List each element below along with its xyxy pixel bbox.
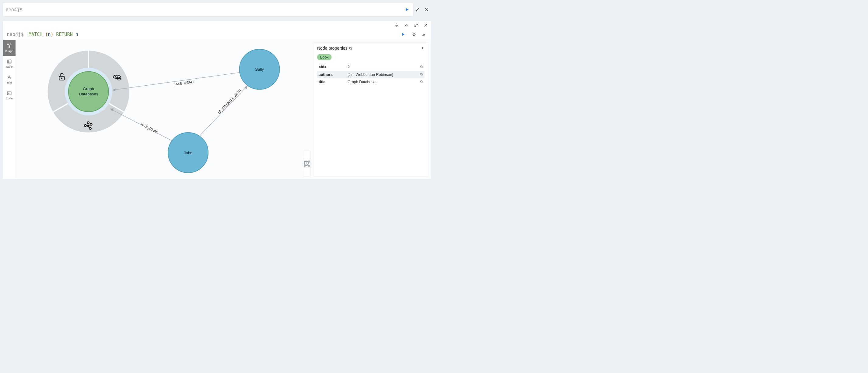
- keyword-match: MATCH: [29, 32, 42, 37]
- tab-text[interactable]: Text: [3, 71, 16, 87]
- prop-row-authors: authors [Jim Webber,Ian Robinson]: [317, 71, 425, 78]
- svg-rect-36: [421, 81, 422, 82]
- copy-all-icon[interactable]: [349, 47, 352, 50]
- prompt-label-2: neo4j$: [7, 32, 24, 37]
- svg-rect-34: [421, 73, 422, 75]
- node-properties-panel: Node properties Book <id> 2 authors: [313, 42, 429, 177]
- keyword-return: RETURN: [56, 32, 73, 37]
- tab-graph[interactable]: Graph: [3, 40, 16, 56]
- svg-rect-29: [350, 48, 352, 50]
- prop-row-id: <id> 2: [317, 63, 425, 71]
- node-book-label-1: Graph: [83, 87, 94, 91]
- svg-rect-35: [421, 81, 423, 83]
- favorite-icon[interactable]: [412, 32, 416, 36]
- copy-authors-icon[interactable]: [418, 71, 425, 78]
- paren-open: (: [45, 32, 48, 37]
- edge-sally-book[interactable]: [112, 71, 247, 90]
- node-sally[interactable]: Sally: [240, 49, 280, 89]
- svg-rect-32: [421, 66, 422, 67]
- prop-key-id: <id>: [317, 63, 346, 71]
- node-john-label: John: [184, 150, 193, 155]
- prop-val-title: Graph Databases: [346, 78, 418, 86]
- query-editor[interactable]: neo4j$: [3, 3, 413, 17]
- node-book[interactable]: Graph Databases: [68, 71, 108, 112]
- executed-query[interactable]: neo4j$ MATCH (n) RETURN n: [7, 26, 400, 37]
- collapse-icon[interactable]: [404, 23, 409, 28]
- prop-val-authors: [Jim Webber,Ian Robinson]: [346, 71, 418, 78]
- identifier-n: n: [48, 32, 51, 37]
- zoom-panel: [303, 151, 311, 177]
- svg-rect-5: [7, 92, 11, 95]
- svg-rect-33: [421, 74, 423, 75]
- edge-label-john-sally: IS_FRIENDS_WITH: [217, 88, 242, 114]
- prop-key-title: title: [317, 78, 346, 86]
- fullscreen-icon[interactable]: [415, 7, 420, 12]
- tab-table-label: Table: [6, 65, 13, 68]
- copy-id-icon[interactable]: [418, 63, 425, 71]
- node-book-label-2: Databases: [79, 92, 98, 96]
- copy-title-icon[interactable]: [418, 78, 425, 86]
- expand-fullscreen-icon[interactable]: [414, 23, 418, 28]
- props-title-text: Node properties: [317, 46, 347, 51]
- zoom-fit-button[interactable]: [303, 168, 310, 176]
- prompt-label: neo4j$: [6, 7, 23, 12]
- run-query-button[interactable]: [404, 8, 410, 12]
- identifier-n2: n: [75, 32, 78, 37]
- svg-rect-31: [421, 66, 423, 68]
- prop-row-title: title Graph Databases: [317, 78, 425, 86]
- tab-code[interactable]: Code: [3, 87, 16, 103]
- edge-john-sally[interactable]: [198, 86, 248, 138]
- node-label-pill[interactable]: Book: [317, 54, 332, 60]
- close-icon[interactable]: [424, 7, 429, 12]
- node-sally-label: Sally: [255, 67, 264, 71]
- pin-icon[interactable]: [395, 23, 399, 28]
- graph-canvas[interactable]: HAS_READ HAS_READ IS_FRIENDS_WITH Graph …: [16, 40, 313, 179]
- prop-key-authors: authors: [317, 71, 346, 78]
- prop-val-id: 2: [346, 63, 418, 71]
- svg-rect-4: [7, 60, 11, 63]
- edge-label-john-book: HAS_READ: [140, 122, 159, 134]
- rerun-query-button[interactable]: [400, 32, 407, 36]
- tab-table[interactable]: Table: [3, 56, 16, 71]
- node-john[interactable]: John: [168, 133, 208, 173]
- paren-close: ): [51, 32, 53, 37]
- download-icon[interactable]: [422, 32, 426, 36]
- collapse-panel-icon[interactable]: [420, 46, 425, 51]
- svg-rect-30: [349, 47, 351, 49]
- tab-code-label: Code: [6, 97, 13, 100]
- tab-text-label: Text: [7, 81, 12, 84]
- tab-graph-label: Graph: [5, 49, 13, 53]
- result-frame: neo4j$ MATCH (n) RETURN n G: [3, 21, 431, 179]
- svg-point-11: [61, 78, 62, 78]
- close-frame-icon[interactable]: [424, 23, 428, 28]
- svg-rect-28: [305, 162, 309, 166]
- svg-point-2: [8, 47, 10, 48]
- edge-label-sally-book: HAS_READ: [175, 80, 194, 86]
- view-switcher: Graph Table Text Code: [3, 40, 16, 179]
